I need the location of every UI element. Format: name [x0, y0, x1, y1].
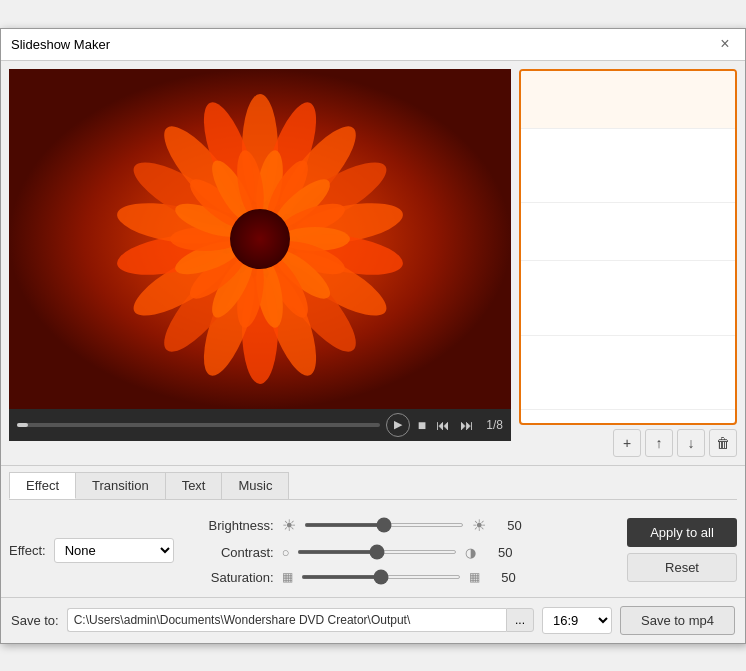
brightness-low-icon: ☀ — [282, 516, 296, 535]
save-path-container: ... — [67, 608, 534, 632]
effect-label: Effect: — [9, 543, 46, 558]
progress-bar[interactable] — [17, 423, 380, 427]
tab-effect[interactable]: Effect — [9, 472, 76, 499]
contrast-low-icon: ○ — [282, 545, 290, 560]
next-button[interactable]: ⏭ — [458, 415, 476, 435]
saturation-label: Saturation: — [194, 570, 274, 585]
slide-item[interactable]: Koala Slide: 4sTransition: 2s — [521, 336, 735, 411]
slide-list-actions: + ↑ ↓ 🗑 — [519, 429, 737, 457]
slide-list[interactable]: Chrysanthemum Slide: 4sTransition: 2s De… — [519, 69, 737, 425]
effect-left: Effect: None Fade Blur — [9, 516, 174, 585]
tab-text[interactable]: Text — [165, 472, 223, 499]
action-buttons-right: Apply to all Reset — [627, 516, 737, 585]
time-display: 1/8 — [486, 418, 503, 432]
close-button[interactable]: × — [715, 34, 735, 54]
preview-svg — [9, 69, 511, 409]
main-content: ▶ ■ ⏮ ⏭ 1/8 Chrysanthemum Slide: 4sTrans… — [1, 61, 745, 465]
prev-button[interactable]: ⏮ — [434, 415, 452, 435]
move-down-button[interactable]: ↓ — [677, 429, 705, 457]
slide-list-panel: Chrysanthemum Slide: 4sTransition: 2s De… — [519, 69, 737, 457]
video-preview — [9, 69, 511, 409]
saturation-slider[interactable] — [301, 575, 461, 579]
saturation-high-icon: ▦ — [469, 570, 480, 584]
saturation-low-icon: ▦ — [282, 570, 293, 584]
contrast-row: Contrast: ○ ◑ 50 — [194, 545, 595, 560]
contrast-slider[interactable] — [297, 550, 457, 554]
save-path-input[interactable] — [67, 608, 506, 632]
stop-button[interactable]: ■ — [416, 415, 428, 435]
preview-panel: ▶ ■ ⏮ ⏭ 1/8 — [9, 69, 511, 457]
saturation-value: 50 — [488, 570, 516, 585]
tabs-row: EffectTransitionTextMusic — [9, 472, 737, 500]
apply-all-button[interactable]: Apply to all — [627, 518, 737, 547]
preview-image — [9, 69, 511, 409]
slide-item[interactable]: Desert Slide: 4sTransition: 2s — [521, 129, 735, 204]
ratio-select[interactable]: 16:9 4:3 1:1 — [542, 607, 612, 634]
slide-item[interactable]: Jellyfish Slide: 4sTransition: 2s — [521, 261, 735, 336]
add-slide-button[interactable]: + — [613, 429, 641, 457]
effect-select[interactable]: None Fade Blur — [54, 538, 174, 563]
progress-fill — [17, 423, 28, 427]
slide-item[interactable]: Hydrangeas Slide: 4sTransition: 2s — [521, 203, 735, 261]
brightness-high-icon: ☀ — [472, 516, 486, 535]
tab-music[interactable]: Music — [221, 472, 289, 499]
svg-point-37 — [230, 209, 290, 269]
delete-slide-button[interactable]: 🗑 — [709, 429, 737, 457]
contrast-label: Contrast: — [194, 545, 274, 560]
sliders-section: Brightness: ☀ ☀ 50 Contrast: ○ ◑ 50 Satu… — [194, 516, 595, 585]
save-to-label: Save to: — [11, 613, 59, 628]
slide-item[interactable]: Chrysanthemum Slide: 4sTransition: 2s — [521, 71, 735, 129]
browse-button[interactable]: ... — [506, 608, 534, 632]
video-controls: ▶ ■ ⏮ ⏭ 1/8 — [9, 409, 511, 441]
contrast-high-icon: ◑ — [465, 545, 476, 560]
play-button[interactable]: ▶ — [386, 413, 410, 437]
window-title: Slideshow Maker — [11, 37, 110, 52]
reset-button[interactable]: Reset — [627, 553, 737, 582]
contrast-value: 50 — [484, 545, 512, 560]
saturation-row: Saturation: ▦ ▦ 50 — [194, 570, 595, 585]
bottom-bar: Save to: ... 16:9 4:3 1:1 Save to mp4 — [1, 597, 745, 643]
tab-transition[interactable]: Transition — [75, 472, 166, 499]
effect-content: Effect: None Fade Blur Brightness: ☀ ☀ 5… — [9, 512, 737, 589]
save-mp4-button[interactable]: Save to mp4 — [620, 606, 735, 635]
main-window: Slideshow Maker × — [0, 28, 746, 644]
move-up-button[interactable]: ↑ — [645, 429, 673, 457]
title-bar: Slideshow Maker × — [1, 29, 745, 61]
brightness-slider[interactable] — [304, 523, 464, 527]
tabs-panel: EffectTransitionTextMusic Effect: None F… — [1, 465, 745, 597]
brightness-row: Brightness: ☀ ☀ 50 — [194, 516, 595, 535]
brightness-label: Brightness: — [194, 518, 274, 533]
brightness-value: 50 — [494, 518, 522, 533]
